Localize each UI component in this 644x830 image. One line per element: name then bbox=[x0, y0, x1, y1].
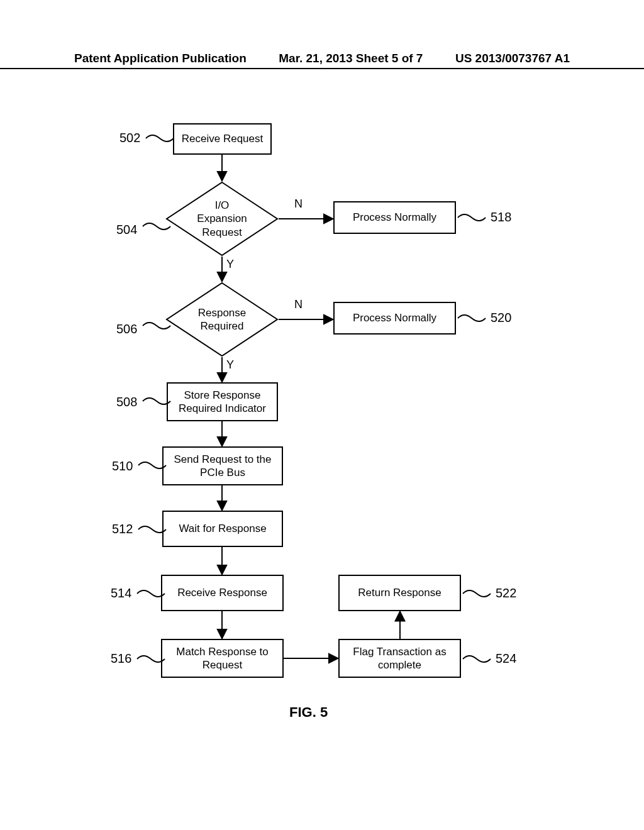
node-510: Send Request to the PCIe Bus bbox=[162, 446, 283, 485]
ref-connector-508 bbox=[142, 396, 172, 406]
node-516: Match Response to Request bbox=[161, 639, 284, 678]
node-524: Flag Transaction as complete bbox=[338, 639, 461, 678]
node-514-text: Receive Response bbox=[177, 586, 267, 599]
ref-512: 512 bbox=[112, 522, 133, 536]
ref-connector-520 bbox=[457, 313, 487, 323]
node-502-text: Receive Request bbox=[182, 132, 263, 145]
ref-connector-516 bbox=[136, 654, 166, 664]
node-516-text: Match Response to Request bbox=[176, 645, 268, 672]
ref-524: 524 bbox=[496, 651, 516, 666]
ref-508: 508 bbox=[116, 395, 137, 409]
page-header: Patent Application Publication Mar. 21, … bbox=[0, 52, 644, 69]
node-522: Return Response bbox=[338, 575, 461, 611]
node-506: Response Required bbox=[165, 282, 279, 357]
node-522-text: Return Response bbox=[358, 586, 441, 599]
node-510-text: Send Request to the PCIe Bus bbox=[174, 453, 271, 480]
edge-506-no: N bbox=[294, 298, 303, 311]
node-508-text: Store Response Required Indicator bbox=[179, 389, 266, 416]
ref-connector-502 bbox=[145, 133, 175, 143]
node-504: I/O Expansion Request bbox=[165, 181, 279, 257]
header-right: US 2013/0073767 A1 bbox=[455, 52, 644, 65]
header-left: Patent Application Publication bbox=[0, 52, 247, 65]
ref-518: 518 bbox=[491, 210, 511, 224]
ref-514: 514 bbox=[111, 586, 131, 600]
ref-522: 522 bbox=[496, 586, 516, 600]
node-520-text: Process Normally bbox=[353, 311, 436, 324]
ref-506: 506 bbox=[116, 322, 137, 336]
ref-510: 510 bbox=[112, 459, 133, 473]
node-524-text: Flag Transaction as complete bbox=[353, 645, 446, 672]
svg-marker-11 bbox=[167, 182, 277, 255]
ref-connector-512 bbox=[137, 524, 167, 534]
ref-502: 502 bbox=[119, 131, 140, 145]
ref-connector-522 bbox=[462, 589, 492, 599]
node-502: Receive Request bbox=[173, 123, 272, 155]
edge-506-yes: Y bbox=[226, 358, 234, 372]
node-520: Process Normally bbox=[333, 302, 456, 335]
ref-504: 504 bbox=[116, 223, 137, 237]
header-mid: Mar. 21, 2013 Sheet 5 of 7 bbox=[247, 52, 455, 65]
node-508: Store Response Required Indicator bbox=[167, 382, 278, 421]
header-row: Patent Application Publication Mar. 21, … bbox=[0, 52, 644, 65]
node-514: Receive Response bbox=[161, 575, 284, 611]
ref-connector-524 bbox=[462, 654, 492, 664]
node-518-text: Process Normally bbox=[353, 211, 436, 224]
page: Patent Application Publication Mar. 21, … bbox=[0, 0, 644, 830]
ref-516: 516 bbox=[111, 651, 131, 666]
figure-label: FIG. 5 bbox=[289, 704, 328, 721]
node-512-text: Wait for Response bbox=[179, 522, 266, 535]
ref-connector-506 bbox=[142, 321, 172, 331]
svg-marker-12 bbox=[167, 283, 277, 356]
ref-connector-514 bbox=[136, 589, 166, 599]
edge-504-yes: Y bbox=[226, 258, 234, 271]
ref-520: 520 bbox=[491, 311, 511, 325]
edge-504-no: N bbox=[294, 197, 303, 211]
node-518: Process Normally bbox=[333, 201, 456, 234]
ref-connector-510 bbox=[137, 460, 167, 470]
ref-connector-518 bbox=[457, 213, 487, 223]
ref-connector-504 bbox=[142, 221, 172, 231]
node-512: Wait for Response bbox=[162, 511, 283, 547]
